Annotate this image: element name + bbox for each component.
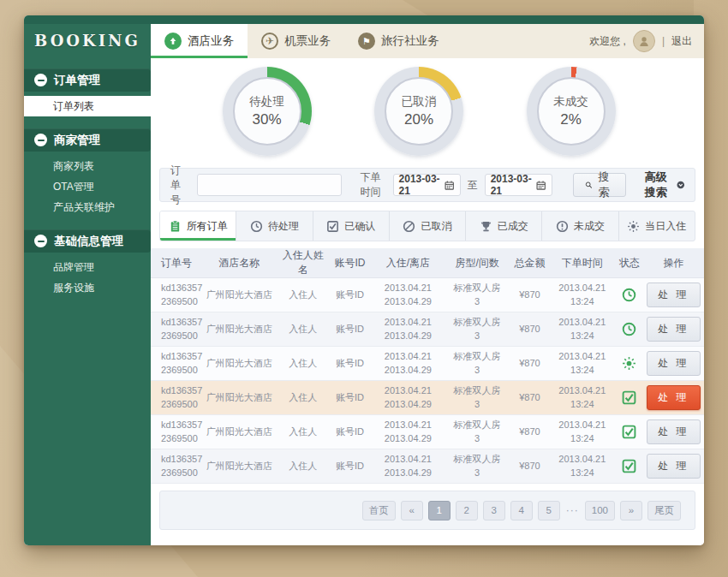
filter-tab[interactable]: 已取消 xyxy=(390,211,466,241)
exclaim-icon xyxy=(556,220,569,233)
cell-status xyxy=(616,449,643,484)
filter-tab[interactable]: 未成交 xyxy=(542,211,618,241)
page-button[interactable]: 100 xyxy=(585,501,615,520)
page-button[interactable]: 5 xyxy=(538,501,560,520)
filter-tab[interactable]: 所有订单 xyxy=(160,211,236,241)
cell-status xyxy=(616,415,643,449)
collapse-minus-icon xyxy=(34,235,47,247)
search-button[interactable]: 搜 索 xyxy=(573,173,626,197)
date-to-value: 2013-03-21 xyxy=(491,173,537,197)
cell-stay-dates: 2013.04.212013.04.29 xyxy=(372,278,444,312)
filter-tab[interactable]: 已确认 xyxy=(313,211,390,241)
process-button[interactable]: 处 理 xyxy=(647,351,700,376)
sidebar-item[interactable]: 服务设施 xyxy=(24,277,151,298)
cell-account-id: 账号ID xyxy=(328,381,373,415)
donut-label: 未成交 xyxy=(553,94,588,110)
sidebar-group: 订单管理 订单列表 xyxy=(24,68,151,118)
filter-tab[interactable]: 已成交 xyxy=(466,211,542,241)
cell-room-type: 标准双人房3 xyxy=(444,278,510,312)
sidebar-item[interactable]: 品牌管理 xyxy=(24,257,151,277)
process-button[interactable]: 处 理 xyxy=(647,454,700,479)
welcome-text: 欢迎您 , xyxy=(589,34,626,49)
calendar-icon xyxy=(536,180,546,191)
page-button[interactable]: 3 xyxy=(483,501,505,520)
top-nav: ✈ ⚑ 酒店业务 ✈ ⚑ 机票业务 ✈ ⚑ 旅行社业务 欢迎您 , | 退出 xyxy=(151,24,704,58)
sidebar-item[interactable]: 产品关联维护 xyxy=(24,197,151,217)
cell-stay-dates: 2013.04.212013.04.29 xyxy=(372,347,444,381)
sidebar-group-header[interactable]: 商家管理 xyxy=(24,128,151,152)
page-button[interactable]: 1 xyxy=(428,501,451,520)
collapse-minus-icon xyxy=(34,74,47,86)
donut-percent: 30% xyxy=(252,111,281,128)
avatar[interactable] xyxy=(633,30,655,52)
clipboard-icon xyxy=(169,220,182,233)
search-bar: 订单号 下单时间 2013-03-21 至 2013-03-21 搜 索 高级 xyxy=(159,168,695,202)
page-button[interactable]: » xyxy=(620,501,642,520)
sidebar-item[interactable]: 订单列表 xyxy=(24,96,151,116)
sidebar-item[interactable]: 商家列表 xyxy=(24,156,151,176)
order-no-input[interactable] xyxy=(197,174,342,196)
cell-order-time: 2013.04.2113:24 xyxy=(549,347,616,381)
cell-order-no: kd1363572369500 xyxy=(151,347,200,381)
process-button[interactable]: 处 理 xyxy=(647,419,700,444)
sidebar-group-label: 商家管理 xyxy=(54,133,100,148)
sidebar-group-header[interactable]: 订单管理 xyxy=(24,68,151,92)
process-button[interactable]: 处 理 xyxy=(647,283,700,307)
page-button[interactable]: 2 xyxy=(456,501,478,520)
cell-account-id: 账号ID xyxy=(328,312,373,347)
donut-label: 待处理 xyxy=(249,94,284,110)
nav-tab[interactable]: ✈ ⚑ 酒店业务 xyxy=(151,24,248,58)
column-header: 总金额 xyxy=(510,248,549,278)
filter-tab-label: 当日入住 xyxy=(645,219,686,234)
column-header: 入住/离店 xyxy=(372,248,444,278)
status-filter-tabs: 所有订单 待处理 已确认 已取消 已成交 xyxy=(159,211,695,241)
donut-label: 已取消 xyxy=(402,94,437,110)
cell-action: 处 理 xyxy=(643,381,704,415)
table-row: kd1363572369500 广州阳光大酒店 入住人 账号ID 2013.04… xyxy=(151,415,704,449)
donut-chart: 未成交 2% xyxy=(527,67,616,156)
filter-tab-label: 待处理 xyxy=(268,219,299,234)
cell-room-type: 标准双人房3 xyxy=(444,381,510,415)
pagination: 首页«12345···100»尾页 xyxy=(159,491,695,530)
nav-tab-label: 旅行社业务 xyxy=(381,33,439,49)
nav-tab[interactable]: ✈ ⚑ 旅行社业务 xyxy=(344,24,453,58)
cell-status xyxy=(616,312,643,347)
column-header: 状态 xyxy=(616,248,643,278)
sidebar-group-header[interactable]: 基础信息管理 xyxy=(24,229,151,253)
user-divider: | xyxy=(662,35,665,47)
cell-order-no: kd1363572369500 xyxy=(151,381,200,415)
status-check-icon xyxy=(622,390,636,405)
sidebar-item[interactable]: OTA管理 xyxy=(24,176,151,197)
page-button[interactable]: 首页 xyxy=(362,501,396,520)
nav-tab[interactable]: ✈ ⚑ 机票业务 xyxy=(248,24,344,58)
cell-order-time: 2013.04.2113:24 xyxy=(549,381,616,415)
page-button[interactable]: 尾页 xyxy=(647,501,681,520)
process-button[interactable]: 处 理 xyxy=(647,317,700,342)
status-check-icon xyxy=(622,425,636,439)
sidebar-group: 商家管理 商家列表OTA管理产品关联维护 xyxy=(24,128,151,219)
status-check-icon xyxy=(622,459,636,473)
date-from-value: 2013-03-21 xyxy=(399,173,445,197)
advanced-search-label: 高级搜索 xyxy=(645,170,671,200)
filter-tab[interactable]: 当日入住 xyxy=(619,211,695,241)
cell-account-id: 账号ID xyxy=(328,449,373,484)
logout-link[interactable]: 退出 xyxy=(671,34,692,49)
process-button[interactable]: 处 理 xyxy=(647,385,700,410)
cell-amount: ¥870 xyxy=(510,449,549,484)
page-button[interactable]: 4 xyxy=(510,501,533,520)
column-header: 下单时间 xyxy=(549,248,616,278)
column-header: 酒店名称 xyxy=(200,248,277,278)
nav-tab-label: 酒店业务 xyxy=(188,33,234,49)
donut-percent: 20% xyxy=(404,111,433,128)
date-from-picker[interactable]: 2013-03-21 xyxy=(393,174,461,196)
page-button[interactable]: « xyxy=(401,501,423,520)
filter-tab[interactable]: 待处理 xyxy=(236,211,313,241)
status-clock-icon xyxy=(622,288,636,302)
advanced-search-toggle[interactable]: 高级搜索 xyxy=(645,170,684,200)
donut-percent: 2% xyxy=(560,111,582,128)
cell-guest-name: 入住人 xyxy=(278,415,328,449)
cell-order-no: kd1363572369500 xyxy=(151,278,200,312)
date-to-picker[interactable]: 2013-03-21 xyxy=(485,174,552,196)
column-header: 房型/间数 xyxy=(444,248,510,278)
table-header-row: 订单号酒店名称入住人姓名账号ID入住/离店房型/间数总金额下单时间状态操作 xyxy=(151,248,704,278)
